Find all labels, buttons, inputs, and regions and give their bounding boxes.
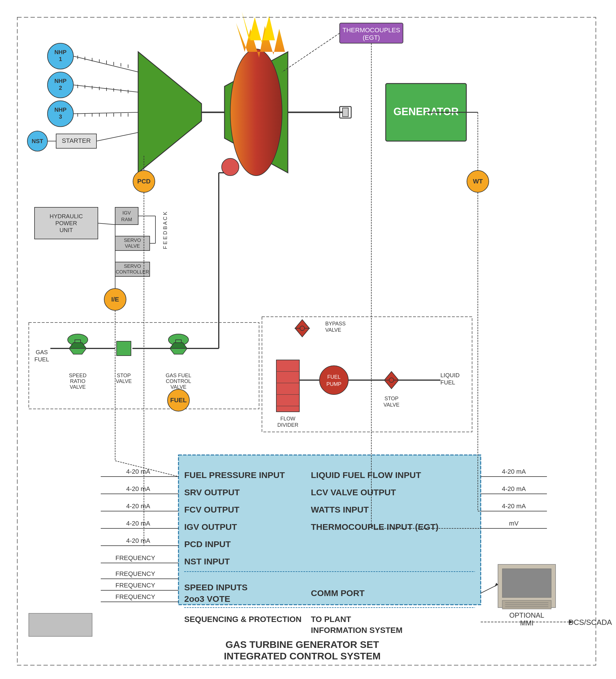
ma-right-label-3: 4-20 mA (502, 503, 525, 510)
svg-rect-113 (502, 569, 551, 597)
ma-right-label-2: 4-20 mA (502, 485, 525, 492)
gas-fuel-label2: FUEL (34, 356, 49, 362)
watts-input-label: WATTS INPUT (311, 505, 369, 514)
freq-label-1: FREQUENCY (115, 554, 155, 561)
lcv-valve-output-label: LCV VALVE OUTPUT (311, 487, 396, 497)
srv-label3: VALVE (70, 384, 85, 390)
nst-input-label: NST INPUT (184, 557, 230, 566)
feedback-label: F E E D B A C K (162, 212, 168, 249)
stop-valve-gas-label2: VALVE (116, 378, 132, 384)
wt-label: WT (473, 178, 483, 185)
ma-label-4: 4-20 mA (126, 520, 150, 527)
ma-label-5: 4-20 mA (126, 537, 150, 544)
stop-valve-liquid-label2: VALVE (383, 402, 399, 408)
fuel-circle-label: FUEL (170, 396, 186, 404)
nhp1-num: 1 (59, 56, 62, 62)
liquid-fuel-flow-input-label: LIQUID FUEL FLOW INPUT (311, 470, 421, 480)
fuel-pump-label1: FUEL (327, 374, 341, 380)
sequencing-protection-label: SEQUENCING & PROTECTION (184, 615, 302, 624)
optional-mmi-label1: OPTIONAL (509, 611, 544, 619)
srv-label1: SPEED (69, 373, 87, 378)
pcd-input-label: PCD INPUT (184, 539, 231, 549)
freq-label-3: FREQUENCY (115, 582, 155, 589)
speed-inputs-label2: 2oo3 VOTE (184, 594, 230, 604)
hpu-power-label: POWER (55, 220, 77, 226)
ma-label-2: 4-20 mA (126, 485, 150, 492)
main-title-line2: INTEGRATED CONTROL SYSTEM (224, 650, 381, 661)
igv-output-label: IGV OUTPUT (184, 522, 237, 531)
servo-valve-label1: SERVO (124, 237, 141, 243)
svg-point-3 (230, 49, 282, 176)
bypass-valve-label1: BYPASS (325, 321, 346, 327)
speed-inputs-label1: SPEED INPUTS (184, 583, 247, 592)
optional-mmi-label2: MMI (520, 619, 534, 627)
mv-label: mV (509, 520, 519, 527)
igv-ram-label1: IGV (122, 210, 131, 216)
flow-divider-label1: FLOW (280, 416, 295, 422)
egt-label: (EGT) (363, 34, 380, 41)
ma-label-3: 4-20 mA (126, 503, 150, 510)
svg-rect-67 (116, 341, 131, 356)
freq-label-4: FREQUENCY (115, 593, 155, 601)
freq-label-2: FREQUENCY (115, 570, 155, 577)
gfcv-label2: CONTROL (166, 378, 191, 384)
nhp2-label: NHP (55, 78, 67, 84)
dcs-scada-label: DCS/SCADA (568, 618, 612, 626)
to-plant-info-label2: INFORMATION SYSTEM (311, 626, 402, 635)
to-plant-info-label1: TO PLANT (311, 615, 351, 624)
gfcv-label1: GAS FUEL (166, 373, 191, 378)
svg-rect-7 (343, 108, 348, 117)
main-title-line1: GAS TURBINE GENERATOR SET (226, 639, 379, 650)
servo-ctrl-label1: SERVO (124, 263, 141, 269)
svg-rect-84 (276, 360, 299, 412)
fuel-pressure-input-label: FUEL PRESSURE INPUT (184, 470, 285, 480)
nhp3-label: NHP (55, 106, 67, 113)
comm-port-label: COMM PORT (311, 588, 365, 598)
liquid-fuel-label1: LIQUID (440, 372, 460, 378)
nhp3-num: 3 (59, 114, 62, 120)
servo-valve-label2: VALVE (125, 243, 140, 249)
svg-rect-122 (29, 613, 92, 636)
svg-point-89 (319, 366, 348, 394)
igv-ram-label2: RAM (121, 217, 132, 222)
flow-divider-label2: DIVIDER (277, 422, 298, 428)
ma-right-label-1: 4-20 mA (502, 468, 525, 475)
diagram: GENERATOR THERMOCOUPLES (EGT) NHP 1 NHP … (0, 0, 616, 679)
nhp2-num: 2 (59, 85, 62, 91)
bypass-valve-label2: VALVE (325, 327, 341, 333)
fuel-pump-label2: PUMP (327, 381, 341, 387)
nhp1-label: NHP (55, 49, 67, 55)
generator-label: GENERATOR (393, 106, 459, 118)
thermocouple-input-egt-label: THERMOCOUPLE INPUT (EGT) (311, 522, 438, 531)
fcv-output-label: FCV OUTPUT (184, 505, 239, 514)
stop-valve-gas-label1: STOP (117, 373, 131, 378)
ie-label: I/E (111, 296, 119, 303)
starter-label: STARTER (62, 137, 91, 144)
srv-label2: RATIO (70, 378, 85, 384)
srv-output-label: SRV OUTPUT (184, 487, 240, 497)
svg-point-92 (389, 378, 394, 382)
thermocouples-label: THERMOCOUPLES (343, 27, 400, 34)
nst-label: NST (32, 138, 43, 144)
svg-point-83 (300, 326, 305, 330)
ma-label-1: 4-20 mA (126, 468, 150, 475)
stop-valve-liquid-label1: STOP (384, 396, 399, 401)
liquid-fuel-label2: FUEL (440, 379, 455, 386)
hpu-label: HYDRAULIC (49, 213, 83, 219)
pcd-circle-label: PCD (137, 178, 150, 185)
hpu-unit-label: UNIT (60, 227, 73, 233)
gas-fuel-label1: GAS (36, 349, 48, 355)
svg-point-79 (221, 158, 239, 176)
